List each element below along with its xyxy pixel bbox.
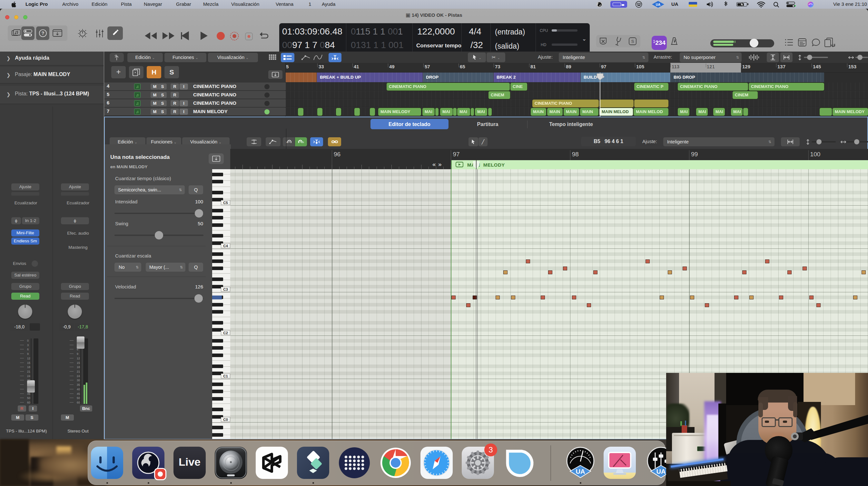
svg-text:?: ? <box>41 31 44 36</box>
svg-text:UA: UA <box>656 3 660 6</box>
svg-text:UA: UA <box>576 468 585 475</box>
svg-text:UA: UA <box>656 468 666 475</box>
svg-text:S: S <box>631 39 634 44</box>
